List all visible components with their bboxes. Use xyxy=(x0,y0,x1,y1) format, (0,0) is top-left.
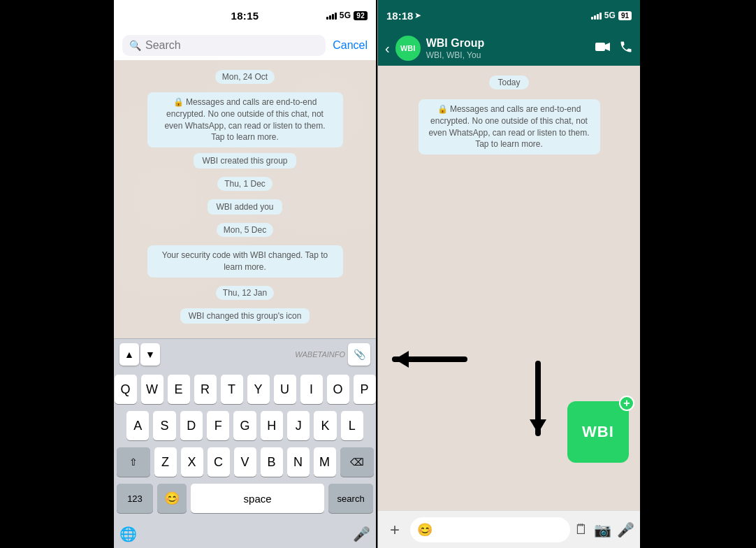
key-g[interactable]: G xyxy=(233,411,256,440)
kb-down-arrow[interactable]: ▼ xyxy=(140,343,160,366)
key-t[interactable]: T xyxy=(221,375,243,404)
wbi-logo: WBI xyxy=(567,401,629,463)
key-w[interactable]: W xyxy=(141,375,163,404)
left-status-time: 18:15 xyxy=(231,10,259,22)
key-r[interactable]: R xyxy=(194,375,217,404)
search-bar: 🔍 Cancel xyxy=(114,31,376,60)
key-i[interactable]: I xyxy=(300,375,323,404)
left-signal-bars xyxy=(326,11,337,20)
key-a[interactable]: A xyxy=(126,411,149,440)
wbi-logo-wrap: WBI + xyxy=(567,401,629,463)
annotation-arrow-left xyxy=(388,338,472,383)
today-badge: Today xyxy=(489,75,528,89)
key-space[interactable]: space xyxy=(191,484,324,513)
sticker-icon[interactable]: 🗒 xyxy=(574,521,588,538)
svg-rect-0 xyxy=(595,43,605,51)
search-input[interactable] xyxy=(145,39,319,52)
right-system-msg: 🔒 Messages and calls are end-to-end encr… xyxy=(419,99,600,154)
mic-btn-right[interactable]: 🎤 xyxy=(617,521,634,538)
left-status-bar: 18:15 5G 92 xyxy=(114,0,376,31)
key-o[interactable]: O xyxy=(327,375,349,404)
svg-marker-1 xyxy=(605,43,610,51)
system-msg-1: 🔒 Messages and calls are end-to-end encr… xyxy=(147,92,343,147)
left-status-icons: 5G 92 xyxy=(326,10,368,20)
key-n[interactable]: N xyxy=(287,447,310,477)
right-status-icons: 5G 91 xyxy=(591,10,632,20)
right-signal-bars xyxy=(591,11,602,20)
right-status-bar: 18:18 ➤ 5G 91 xyxy=(378,0,640,31)
key-m[interactable]: M xyxy=(314,447,336,477)
left-chat-bg: Mon, 24 Oct 🔒 Messages and calls are end… xyxy=(114,60,376,338)
attach-plus-button[interactable]: + xyxy=(384,519,406,541)
kb-toolbar-right: WABETAINFO 📎 xyxy=(295,343,370,366)
wbi-logo-container: WBI + xyxy=(567,401,629,463)
key-d[interactable]: D xyxy=(180,411,203,440)
wbi-plus-badge: + xyxy=(619,396,634,411)
keyboard: Q W E R T Y U I O P A S D F G H J K L ⇧ … xyxy=(114,369,376,523)
location-icon: ➤ xyxy=(414,10,421,20)
left-phone: 18:15 5G 92 🔍 Cancel Mon, 24 Oct 🔒 Messa… xyxy=(114,0,376,548)
chat-header: ‹ WBI WBI Group WBI, WBI, You xyxy=(378,31,640,66)
key-v[interactable]: V xyxy=(234,447,256,477)
cancel-button[interactable]: Cancel xyxy=(333,39,368,52)
right-5g-label: 5G xyxy=(604,10,616,20)
kb-up-arrow[interactable]: ▲ xyxy=(119,343,139,366)
video-call-icon[interactable] xyxy=(595,41,611,57)
group-avatar: WBI xyxy=(395,36,421,61)
right-phone: 18:18 ➤ 5G 91 ‹ WBI WBI Group WBI, WBI, … xyxy=(378,0,640,548)
svg-marker-5 xyxy=(530,419,546,433)
chat-header-actions xyxy=(595,40,633,57)
key-x[interactable]: X xyxy=(181,447,203,477)
message-input-wrap[interactable]: 😊 xyxy=(410,517,570,542)
globe-icon[interactable]: 🌐 xyxy=(119,526,137,542)
keyboard-bottom: 🌐 🎤 xyxy=(114,523,376,548)
date-badge-3: Mon, 5 Dec xyxy=(217,223,273,237)
emoji-input-icon: 😊 xyxy=(417,522,432,538)
key-s[interactable]: S xyxy=(153,411,175,440)
date-badge-2: Thu, 1 Dec xyxy=(217,177,272,191)
key-u[interactable]: U xyxy=(274,375,296,404)
key-p[interactable]: P xyxy=(354,375,376,404)
annotation-arrow-down xyxy=(517,356,559,443)
keyboard-toolbar: ▲ ▼ WABETAINFO 📎 xyxy=(114,338,376,369)
camera-icon-bottom[interactable]: 📷 xyxy=(594,521,611,538)
key-shift[interactable]: ⇧ xyxy=(117,447,150,477)
event-msg-1: WBI created this group xyxy=(194,153,296,168)
key-k[interactable]: K xyxy=(314,411,336,440)
key-row-4: 123 😊 space search xyxy=(117,484,373,513)
back-arrow-icon[interactable]: ‹ xyxy=(385,41,390,57)
key-q[interactable]: Q xyxy=(115,375,137,404)
key-search[interactable]: search xyxy=(328,484,373,513)
right-battery: 91 xyxy=(618,11,632,20)
phone-call-icon[interactable] xyxy=(619,40,633,57)
kb-arrows: ▲ ▼ xyxy=(119,343,160,366)
key-l[interactable]: L xyxy=(341,411,363,440)
group-name: WBI Group xyxy=(426,36,590,50)
key-y[interactable]: Y xyxy=(247,375,270,404)
key-h[interactable]: H xyxy=(261,411,283,440)
kb-attach-btn[interactable]: 📎 xyxy=(348,343,370,366)
wabetainfo-brand: WABETAINFO xyxy=(295,350,345,359)
system-msg-3: Your security code with WBI changed. Tap… xyxy=(147,245,343,277)
key-row-3: ⇧ Z X C V B N M ⌫ xyxy=(117,447,373,477)
chat-header-info: WBI Group WBI, WBI, You xyxy=(426,36,590,59)
mic-icon-kb[interactable]: 🎤 xyxy=(353,526,370,542)
search-icon: 🔍 xyxy=(129,40,141,51)
right-bottom-icons: 🗒 📷 🎤 xyxy=(574,521,634,538)
left-5g-label: 5G xyxy=(340,10,351,20)
date-badge-4: Thu, 12 Jan xyxy=(216,286,274,300)
key-f[interactable]: F xyxy=(207,411,229,440)
key-z[interactable]: Z xyxy=(154,447,177,477)
event-msg-2: WBI added you xyxy=(208,199,282,215)
search-input-wrap[interactable]: 🔍 xyxy=(122,35,326,56)
date-badge-1: Mon, 24 Oct xyxy=(215,70,275,84)
right-status-time: 18:18 xyxy=(386,10,413,22)
key-j[interactable]: J xyxy=(287,411,310,440)
key-e[interactable]: E xyxy=(168,375,190,404)
key-emoji[interactable]: 😊 xyxy=(157,484,187,513)
key-123[interactable]: 123 xyxy=(117,484,153,513)
key-c[interactable]: C xyxy=(208,447,230,477)
left-battery: 92 xyxy=(354,11,368,20)
key-delete[interactable]: ⌫ xyxy=(340,447,374,477)
key-b[interactable]: B xyxy=(261,447,283,477)
